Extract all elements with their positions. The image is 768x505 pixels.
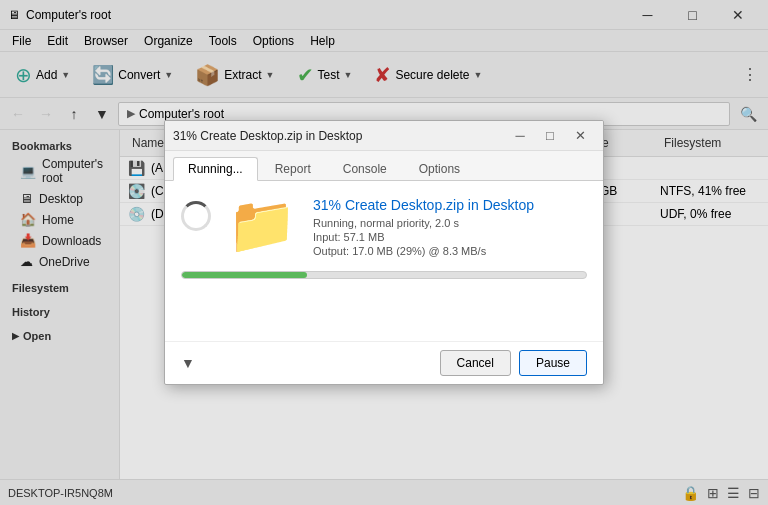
dialog-tabs: Running... Report Console Options [165, 151, 603, 181]
progress-bar-fill [182, 272, 307, 278]
dialog-minimize-button[interactable]: ─ [505, 125, 535, 147]
tab-options[interactable]: Options [404, 157, 475, 180]
progress-bar-container [181, 271, 587, 279]
pause-button[interactable]: Pause [519, 350, 587, 376]
progress-spinner [181, 201, 211, 231]
progress-section: 📁 31% Create Desktop.zip in Desktop Runn… [181, 197, 587, 259]
progress-dialog: 31% Create Desktop.zip in Desktop ─ □ ✕ … [164, 120, 604, 385]
dialog-maximize-button[interactable]: □ [535, 125, 565, 147]
tab-report[interactable]: Report [260, 157, 326, 180]
cancel-button[interactable]: Cancel [440, 350, 511, 376]
progress-text: 31% Create Desktop.zip in Desktop Runnin… [313, 197, 587, 259]
expand-icon[interactable]: ▼ [181, 355, 195, 371]
progress-bar-track [181, 271, 587, 279]
progress-subtitle1: Running, normal priority, 2.0 s [313, 217, 587, 229]
progress-subtitle2: Input: 57.1 MB [313, 231, 587, 243]
dialog-footer: ▼ Cancel Pause [165, 341, 603, 384]
dialog-window-controls: ─ □ ✕ [505, 125, 595, 147]
folder-icon: 📁 [227, 197, 297, 253]
dialog-body: 📁 31% Create Desktop.zip in Desktop Runn… [165, 181, 603, 341]
tab-running[interactable]: Running... [173, 157, 258, 181]
dialog-overlay: 31% Create Desktop.zip in Desktop ─ □ ✕ … [0, 0, 768, 505]
dialog-title: 31% Create Desktop.zip in Desktop [173, 129, 362, 143]
progress-subtitle3: Output: 17.0 MB (29%) @ 8.3 MB/s [313, 245, 587, 257]
tab-console[interactable]: Console [328, 157, 402, 180]
progress-title-link[interactable]: Desktop [483, 197, 534, 213]
progress-title: 31% Create Desktop.zip in Desktop [313, 197, 587, 213]
dialog-titlebar: 31% Create Desktop.zip in Desktop ─ □ ✕ [165, 121, 603, 151]
dialog-close-button[interactable]: ✕ [565, 125, 595, 147]
progress-title-text: 31% Create Desktop.zip in [313, 197, 483, 213]
